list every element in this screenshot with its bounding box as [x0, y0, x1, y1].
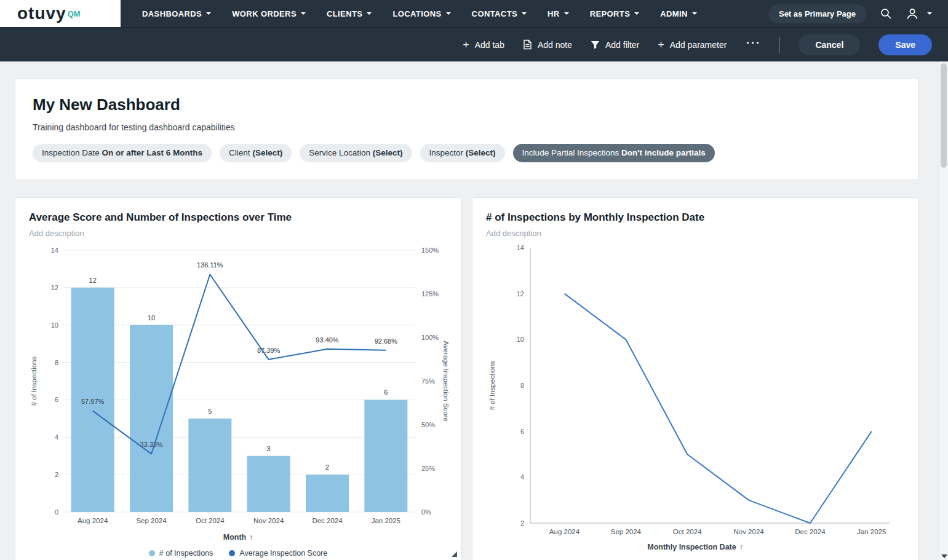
- main-nav: DASHBOARDS WORK ORDERS CLIENTS LOCATIONS…: [132, 0, 707, 27]
- filter-value: (Select): [466, 148, 496, 157]
- add-parameter-button[interactable]: + Add parameter: [658, 39, 727, 50]
- dashboard-edit-toolbar: + Add tab Add note Add filter + Add para…: [0, 27, 948, 61]
- nav-label: CLIENTS: [327, 9, 362, 18]
- chevron-down-icon: [206, 12, 211, 15]
- chart-title[interactable]: Average Score and Number of Inspections …: [29, 211, 447, 224]
- plus-icon: +: [658, 39, 664, 50]
- nav-label: DASHBOARDS: [142, 9, 202, 18]
- save-button[interactable]: Save: [878, 34, 932, 55]
- page-subtitle[interactable]: Training dashboard for testing dashboard…: [33, 122, 901, 132]
- add-tab-label: Add tab: [475, 40, 504, 50]
- nav-label: HR: [548, 9, 560, 18]
- note-icon: [523, 39, 532, 50]
- filter-pill-client[interactable]: Client (Select): [220, 144, 292, 162]
- add-tab-button[interactable]: + Add tab: [463, 39, 504, 50]
- more-options-button[interactable]: ⋯: [745, 42, 761, 47]
- chevron-down-icon: [446, 12, 451, 15]
- svg-text:12: 12: [517, 290, 524, 298]
- filter-label: Service Location: [309, 148, 370, 157]
- chart-legend: # of Inspections Average Inspection Scor…: [29, 549, 447, 558]
- svg-text:Average Inspection Score: Average Inspection Score: [442, 341, 448, 421]
- add-filter-button[interactable]: Add filter: [591, 40, 639, 50]
- logo-text: otuvy: [17, 4, 66, 23]
- svg-text:4: 4: [55, 433, 58, 441]
- nav-label: REPORTS: [590, 9, 631, 18]
- user-icon: [906, 7, 919, 20]
- svg-text:150%: 150%: [421, 246, 439, 254]
- filter-value: (Select): [373, 148, 403, 157]
- svg-text:Sep 2024: Sep 2024: [136, 517, 167, 524]
- svg-text:Aug 2024: Aug 2024: [78, 517, 108, 524]
- x-axis-label[interactable]: Monthly Inspection Date↑: [486, 543, 904, 551]
- dashboard-header-card: My New Dashboard Training dashboard for …: [15, 79, 918, 180]
- scrollbar-down-arrow-icon[interactable]: [941, 554, 947, 558]
- svg-text:6: 6: [520, 428, 524, 435]
- legend-dot-inspections: [149, 550, 155, 556]
- plus-icon: +: [463, 39, 469, 50]
- legend-label: Average Inspection Score: [239, 549, 327, 558]
- svg-text:12: 12: [51, 284, 58, 291]
- set-as-primary-page-button[interactable]: Set as Primary Page: [768, 4, 866, 23]
- svg-text:125%: 125%: [421, 290, 439, 298]
- svg-text:# of Inspections: # of Inspections: [30, 356, 38, 406]
- svg-text:2: 2: [325, 463, 329, 471]
- app-logo[interactable]: otuvyQM: [0, 0, 121, 27]
- svg-text:Dec 2024: Dec 2024: [795, 528, 826, 535]
- nav-label: ADMIN: [660, 9, 688, 18]
- svg-text:136.11%: 136.11%: [197, 261, 223, 269]
- nav-item-admin[interactable]: ADMIN: [650, 0, 707, 27]
- charts-row: Average Score and Number of Inspections …: [15, 197, 939, 560]
- svg-text:92.68%: 92.68%: [375, 337, 398, 345]
- chevron-down-icon: [634, 12, 639, 15]
- card-resize-handle[interactable]: [452, 551, 457, 557]
- filter-pill-service-location[interactable]: Service Location (Select): [300, 144, 412, 162]
- nav-item-work-orders[interactable]: WORK ORDERS: [221, 0, 316, 27]
- toolbar-divider: [779, 37, 780, 53]
- svg-text:8: 8: [55, 359, 58, 366]
- x-axis-label-text: Monthly Inspection Date: [647, 543, 736, 551]
- filter-pill-inspector[interactable]: Inspector (Select): [420, 144, 505, 162]
- chevron-down-icon: [927, 12, 932, 15]
- chart-title[interactable]: # of Inspections by Monthly Inspection D…: [486, 211, 904, 224]
- svg-text:Jan 2025: Jan 2025: [372, 517, 400, 524]
- nav-item-hr[interactable]: HR: [537, 0, 580, 27]
- nav-item-clients[interactable]: CLIENTS: [316, 0, 382, 27]
- svg-text:4: 4: [520, 473, 524, 481]
- user-menu-button[interactable]: [906, 7, 932, 20]
- filter-pill-inspection-date[interactable]: Inspection Date On or after Last 6 Month…: [33, 144, 212, 162]
- filter-funnel-icon: [591, 41, 600, 49]
- sort-ascending-icon: ↑: [249, 533, 253, 542]
- vertical-scrollbar[interactable]: [939, 61, 948, 560]
- x-axis-label[interactable]: Month↑: [29, 533, 447, 542]
- svg-text:Nov 2024: Nov 2024: [253, 517, 284, 524]
- filter-label: Client: [229, 148, 250, 157]
- svg-text:10: 10: [517, 336, 524, 343]
- svg-text:12: 12: [89, 277, 97, 284]
- svg-text:14: 14: [51, 246, 58, 254]
- line-chart-card: # of Inspections by Monthly Inspection D…: [472, 197, 918, 560]
- filter-pill-include-partials[interactable]: Include Partial Inspections Don't includ…: [513, 144, 715, 162]
- scrollbar-thumb[interactable]: [941, 63, 947, 168]
- add-description-link[interactable]: Add description: [29, 229, 447, 238]
- svg-text:3: 3: [267, 445, 271, 452]
- svg-text:Oct 2024: Oct 2024: [196, 517, 225, 524]
- page-title[interactable]: My New Dashboard: [33, 95, 901, 114]
- svg-text:Sep 2024: Sep 2024: [611, 528, 642, 535]
- chevron-down-icon: [564, 12, 569, 15]
- add-description-link[interactable]: Add description: [486, 229, 904, 238]
- nav-item-locations[interactable]: LOCATIONS: [382, 0, 461, 27]
- add-note-button[interactable]: Add note: [523, 39, 572, 50]
- svg-text:0%: 0%: [421, 508, 431, 516]
- search-button[interactable]: [880, 7, 892, 20]
- add-note-label: Add note: [538, 40, 572, 50]
- cancel-button[interactable]: Cancel: [799, 34, 860, 55]
- nav-item-contacts[interactable]: CONTACTS: [461, 0, 537, 27]
- search-icon: [880, 7, 892, 20]
- nav-item-dashboards[interactable]: DASHBOARDS: [132, 0, 221, 27]
- svg-text:Oct 2024: Oct 2024: [673, 528, 702, 535]
- svg-text:14: 14: [517, 244, 524, 251]
- filter-value: (Select): [252, 148, 282, 157]
- svg-text:6: 6: [55, 396, 58, 403]
- legend-item-score: Average Inspection Score: [229, 549, 327, 558]
- nav-item-reports[interactable]: REPORTS: [580, 0, 650, 27]
